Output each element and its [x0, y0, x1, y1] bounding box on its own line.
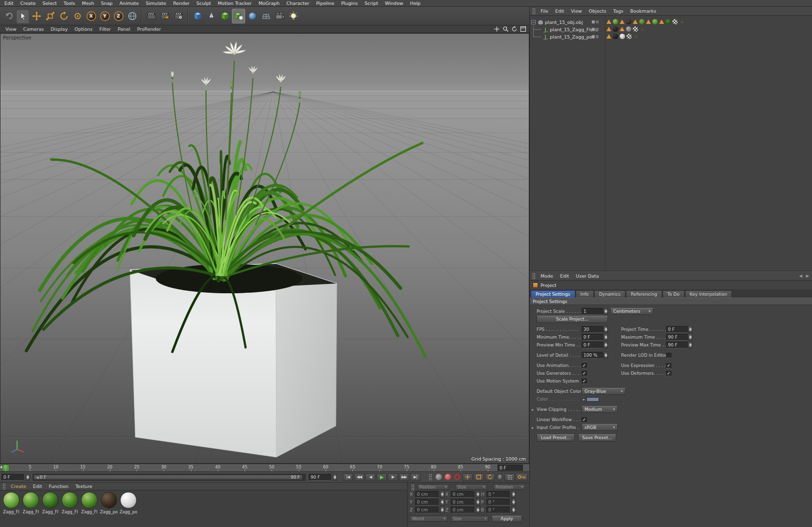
fps-field[interactable]: 30: [582, 326, 603, 333]
rotation-p-field[interactable]: 0 °: [486, 499, 510, 506]
light-button[interactable]: [287, 9, 300, 23]
spinner[interactable]: [476, 491, 480, 498]
record-parameter-toggle[interactable]: P: [496, 473, 503, 481]
viewport-menu-item[interactable]: Filter: [96, 26, 114, 32]
use-expression-checkbox[interactable]: ✓: [666, 363, 671, 368]
phong-tag-icon[interactable]: [620, 20, 625, 24]
menubar-item[interactable]: Tools: [60, 0, 78, 7]
compositing-tag-icon[interactable]: [672, 19, 678, 24]
am-menu-edit[interactable]: Edit: [557, 273, 572, 279]
menubar-item[interactable]: Simulate: [142, 0, 169, 7]
menubar-item[interactable]: Window: [381, 0, 406, 7]
next-key-button[interactable]: ▶▶: [399, 473, 409, 481]
spinner[interactable]: [476, 499, 480, 506]
spinner[interactable]: [688, 342, 692, 348]
phong-tag-icon[interactable]: [606, 20, 611, 24]
viewport-menu-item[interactable]: Panel: [114, 26, 134, 32]
spinner[interactable]: [604, 352, 608, 359]
menubar-item[interactable]: Snap: [98, 0, 116, 7]
phong-tag-icon[interactable]: [633, 20, 638, 24]
x-axis-lock-button[interactable]: X: [84, 9, 98, 23]
record-scale-toggle[interactable]: [474, 473, 484, 481]
apply-button[interactable]: Apply: [492, 516, 522, 522]
rotation-b-field[interactable]: 0 °: [486, 507, 510, 513]
rotate-view-icon[interactable]: [510, 26, 519, 33]
rotation-h-field[interactable]: 0 °: [486, 491, 510, 498]
texture-tag-icon[interactable]: [613, 34, 618, 39]
menubar-item[interactable]: Animate: [116, 0, 143, 7]
floor-environment-button[interactable]: [259, 9, 272, 23]
phong-tag-icon[interactable]: [646, 20, 651, 24]
add-cube-button[interactable]: [191, 9, 204, 23]
tab-referencing[interactable]: Referencing: [626, 290, 662, 298]
timeline-scrollbar[interactable]: ◀ 0 F 90 F: [33, 474, 306, 481]
size-z-field[interactable]: 0 cm: [451, 507, 474, 513]
range-end-spinner[interactable]: [333, 474, 337, 481]
object-manager-menu-item[interactable]: Tags: [610, 8, 627, 14]
linear-workflow-checkbox[interactable]: ✓: [582, 417, 587, 423]
material-menu-texture[interactable]: Texture: [72, 484, 96, 489]
record-point-level-toggle[interactable]: [504, 473, 515, 481]
pan-view-icon[interactable]: [492, 26, 501, 33]
spinner[interactable]: [511, 499, 516, 506]
tab-project-settings[interactable]: Project Settings: [531, 290, 575, 298]
move-tool-button[interactable]: [30, 9, 43, 23]
phong-tag-icon[interactable]: [606, 34, 611, 39]
z-axis-lock-button[interactable]: Z: [112, 9, 125, 23]
spinner[interactable]: [440, 491, 444, 498]
previous-frame-button[interactable]: ◀: [365, 473, 375, 481]
compositing-tag-icon[interactable]: [633, 26, 638, 32]
record-keyframe-button[interactable]: [445, 474, 451, 480]
next-frame-button[interactable]: ▶: [388, 473, 398, 481]
material-item[interactable]: Zagg_Fl: [2, 492, 21, 514]
viewport-menu-item[interactable]: View: [2, 26, 20, 32]
live-selection-tool-button[interactable]: [16, 9, 29, 23]
spinner[interactable]: [604, 326, 608, 333]
history-back-icon[interactable]: ◀: [797, 274, 804, 278]
view-clipping-dropdown[interactable]: Medium▾: [582, 406, 618, 413]
camera-button[interactable]: [273, 9, 286, 23]
position-z-field[interactable]: 0 cm: [415, 507, 438, 513]
perspective-viewport[interactable]: Perspective Grid Spacing : 1000 cm: [0, 33, 529, 464]
level-of-detail-field[interactable]: 100 %: [582, 352, 603, 359]
timeline-ruler[interactable]: 051015202530354045505560657075808590 0 F: [0, 464, 529, 472]
play-button[interactable]: ▶: [376, 473, 387, 481]
use-deformers-checkbox[interactable]: ✓: [666, 371, 671, 376]
phong-tag-icon[interactable]: [659, 20, 664, 24]
object-manager-menu-item[interactable]: Bookmarks: [627, 8, 660, 14]
tab-info[interactable]: Info: [576, 290, 594, 298]
generators-button[interactable]: [232, 9, 245, 23]
input-color-profile-dropdown[interactable]: sRGB▾: [582, 424, 618, 431]
tab-todo[interactable]: To Do: [663, 290, 685, 298]
texture-tag-icon[interactable]: [620, 34, 625, 39]
material-menu-function[interactable]: Function: [45, 484, 72, 489]
render-settings-button[interactable]: [172, 9, 185, 23]
texture-tag-icon[interactable]: [613, 26, 618, 32]
render-lod-checkbox[interactable]: [666, 353, 671, 358]
material-item[interactable]: Zagg_Fl: [21, 492, 40, 514]
range-start-spinner[interactable]: [25, 474, 30, 481]
visibility-dots[interactable]: [592, 35, 599, 38]
object-manager-menu-item[interactable]: Objects: [585, 8, 610, 14]
preview-min-time-field[interactable]: 0 F: [582, 342, 603, 348]
object-manager-menu-item[interactable]: Edit: [552, 8, 567, 14]
am-menu-mode[interactable]: Mode: [537, 273, 557, 279]
visibility-dots[interactable]: [592, 20, 599, 23]
color-expander-icon[interactable]: ▸: [583, 397, 585, 402]
menubar-item[interactable]: Mesh: [79, 0, 98, 7]
section-header[interactable]: Project Settings: [530, 298, 812, 305]
coordinate-mode-dropdown[interactable]: World▾: [410, 516, 448, 522]
texture-tag-icon[interactable]: [639, 19, 645, 24]
size-y-field[interactable]: 0 cm: [451, 499, 474, 506]
object-manager-menu-item[interactable]: File: [537, 8, 552, 14]
spinner[interactable]: [511, 491, 516, 498]
material-item[interactable]: Zagg_Fl: [61, 492, 79, 514]
menubar-item[interactable]: Sculpt: [193, 0, 214, 7]
scale-project-button[interactable]: Scale Project...: [537, 316, 608, 323]
spinner[interactable]: [604, 342, 608, 348]
go-to-start-button[interactable]: |◀: [343, 473, 353, 481]
compositing-tag-icon[interactable]: [626, 34, 632, 39]
maximum-time-field[interactable]: 90 F: [666, 334, 687, 341]
previous-key-button[interactable]: ◀◀: [354, 473, 364, 481]
expander-icon[interactable]: −: [531, 20, 536, 24]
